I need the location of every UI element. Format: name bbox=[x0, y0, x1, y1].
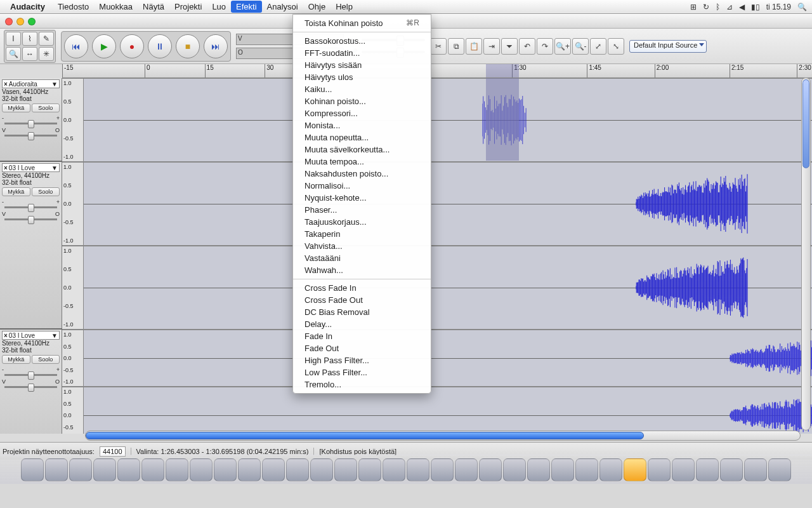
spaces-icon[interactable]: ⊞ bbox=[690, 3, 697, 11]
close-window-button[interactable] bbox=[5, 18, 13, 25]
copy-button[interactable]: ⧉ bbox=[448, 38, 464, 55]
dock-app-icon[interactable] bbox=[214, 458, 237, 481]
menu-item[interactable]: Muuta sävelkorkeutta... bbox=[293, 144, 431, 156]
menu-item[interactable]: High Pass Filter... bbox=[293, 354, 431, 366]
menu-item[interactable]: Naksahdusten poisto... bbox=[293, 168, 431, 180]
menu-analysoi[interactable]: Analysoi bbox=[262, 1, 303, 13]
play-button[interactable]: ▶ bbox=[92, 34, 116, 58]
track-close-button[interactable]: × bbox=[4, 81, 8, 88]
envelope-tool[interactable]: ⌇ bbox=[22, 32, 37, 46]
dock-app-icon[interactable] bbox=[431, 458, 454, 481]
menu-item[interactable]: DC Bias Removal bbox=[293, 306, 431, 318]
menu-item[interactable]: Taajuuskorjaus... bbox=[293, 216, 431, 228]
mute-button[interactable]: Mykkä bbox=[2, 355, 30, 364]
dock-app-icon[interactable] bbox=[503, 458, 526, 481]
menu-item[interactable]: Low Pass Filter... bbox=[293, 366, 431, 378]
dock-app-icon[interactable] bbox=[527, 458, 550, 481]
clock[interactable]: ti 15.19 bbox=[766, 3, 791, 11]
minimize-window-button[interactable] bbox=[16, 18, 24, 25]
dock-app-icon[interactable] bbox=[310, 458, 333, 481]
menu-item[interactable]: Kompressori... bbox=[293, 107, 431, 119]
menu-item[interactable]: Fade Out bbox=[293, 342, 431, 354]
dock-app-icon[interactable] bbox=[45, 458, 68, 481]
solo-button[interactable]: Soolo bbox=[32, 104, 60, 112]
dock-app-icon[interactable] bbox=[358, 458, 381, 481]
track-name[interactable]: 03 I Love bbox=[9, 164, 35, 171]
volume-icon[interactable]: ◀ bbox=[739, 3, 745, 11]
timeline-ruler[interactable]: -1501530451:301:452:002:152:30 bbox=[62, 64, 812, 78]
cut-button[interactable]: ✂ bbox=[430, 38, 447, 55]
menu-help[interactable]: Help bbox=[331, 1, 358, 13]
menu-item[interactable]: Monista... bbox=[293, 119, 431, 131]
menu-tiedosto[interactable]: Tiedosto bbox=[53, 1, 94, 13]
menu-item[interactable]: Häivytys sisään bbox=[293, 59, 431, 71]
solo-button[interactable]: Soolo bbox=[32, 187, 60, 196]
menu-muokkaa[interactable]: Muokkaa bbox=[94, 1, 138, 13]
dock-app-icon[interactable] bbox=[69, 458, 92, 481]
input-source-select[interactable]: Default Input Source bbox=[629, 40, 707, 53]
spotlight-icon[interactable]: 🔍 bbox=[797, 3, 807, 11]
menu-item[interactable]: Wahwah... bbox=[293, 264, 431, 276]
timeshift-tool[interactable]: ↔ bbox=[22, 47, 37, 61]
menu-item[interactable]: Bassokorostus... bbox=[293, 35, 431, 47]
efekti-menu[interactable]: Toista Kohinan poisto⌘RBassokorostus...F… bbox=[292, 14, 431, 394]
menu-item[interactable]: Phaser... bbox=[293, 204, 431, 216]
dock-app-icon[interactable] bbox=[599, 458, 622, 481]
dock-app-icon[interactable] bbox=[455, 458, 478, 481]
waveform-area[interactable]: 1.00.50.0-0.5-1.01.00.50.0-0.5-1.0 bbox=[62, 162, 812, 328]
menu-item[interactable]: Takaperin bbox=[293, 228, 431, 240]
dock-app-icon[interactable] bbox=[696, 458, 719, 481]
menu-item[interactable]: Muuta tempoa... bbox=[293, 156, 431, 168]
track-menu-arrow[interactable]: ▼ bbox=[51, 81, 58, 88]
pan-slider[interactable] bbox=[4, 135, 57, 137]
gain-slider[interactable] bbox=[4, 206, 57, 208]
track-name[interactable]: Audioraita bbox=[9, 81, 37, 88]
dock-app-icon[interactable] bbox=[286, 458, 309, 481]
dock-app-icon[interactable] bbox=[648, 458, 671, 481]
dock-app-icon[interactable] bbox=[93, 458, 116, 481]
fit-project-button[interactable]: ⤡ bbox=[608, 38, 624, 55]
zoom-tool[interactable]: 🔍 bbox=[6, 47, 21, 61]
menu-item[interactable]: Cross Fade In bbox=[293, 282, 431, 294]
wifi-icon[interactable]: ⊿ bbox=[726, 3, 733, 11]
menu-item[interactable]: Normalisoi... bbox=[293, 180, 431, 192]
mute-button[interactable]: Mykkä bbox=[2, 104, 30, 112]
timemachine-icon[interactable]: ↻ bbox=[703, 3, 709, 11]
bluetooth-icon[interactable]: ᛒ bbox=[716, 3, 720, 11]
track-panel[interactable]: ×03 I Love▼Stereo, 44100Hz32-bit floatMy… bbox=[0, 330, 62, 434]
track-menu-arrow[interactable]: ▼ bbox=[51, 164, 58, 171]
undo-button[interactable]: ↶ bbox=[519, 38, 535, 55]
redo-button[interactable]: ↷ bbox=[537, 38, 553, 55]
dock-app-icon[interactable] bbox=[575, 458, 598, 481]
dock-app-icon[interactable] bbox=[551, 458, 574, 481]
menu-item[interactable]: Vastaääni bbox=[293, 252, 431, 264]
zoom-in-button[interactable]: 🔍+ bbox=[554, 38, 571, 55]
dock-app-icon[interactable] bbox=[768, 458, 791, 481]
zoom-window-button[interactable] bbox=[28, 18, 36, 25]
selection-tool[interactable]: I bbox=[6, 32, 21, 46]
vertical-scrollbar[interactable] bbox=[801, 77, 811, 431]
menu-item[interactable]: Tremolo... bbox=[293, 378, 431, 391]
pan-slider[interactable] bbox=[4, 218, 57, 220]
menu-ohje[interactable]: Ohje bbox=[303, 1, 331, 13]
dock-app-icon[interactable] bbox=[744, 458, 767, 481]
dock-app-icon[interactable] bbox=[334, 458, 357, 481]
track-menu-arrow[interactable]: ▼ bbox=[51, 332, 58, 339]
paste-button[interactable]: 📋 bbox=[466, 38, 482, 55]
menu-item[interactable]: Cross Fade Out bbox=[293, 294, 431, 306]
trim-button[interactable]: ⇥ bbox=[483, 38, 500, 55]
waveform-area[interactable]: 1.00.50.0-0.5-1.01.00.50.0-0.5-1.0 bbox=[62, 330, 812, 434]
menu-item[interactable]: Vahvista... bbox=[293, 240, 431, 252]
menu-projekti[interactable]: Projekti bbox=[169, 1, 207, 13]
waveform-area[interactable]: 1.00.50.0-0.5-1.0 bbox=[62, 78, 812, 161]
track-close-button[interactable]: × bbox=[4, 332, 8, 339]
menu-item[interactable]: Muuta nopeutta... bbox=[293, 131, 431, 144]
gain-slider[interactable] bbox=[4, 374, 57, 376]
dock-app-icon[interactable] bbox=[21, 458, 44, 481]
dock-app-icon[interactable] bbox=[624, 458, 646, 481]
app-name[interactable]: Audacity bbox=[10, 2, 45, 11]
draw-tool[interactable]: ✎ bbox=[39, 32, 54, 46]
menu-item[interactable]: Kohinan poisto... bbox=[293, 95, 431, 107]
menu-item[interactable]: FFT-suodatin... bbox=[293, 47, 431, 59]
dock-app-icon[interactable] bbox=[479, 458, 502, 481]
